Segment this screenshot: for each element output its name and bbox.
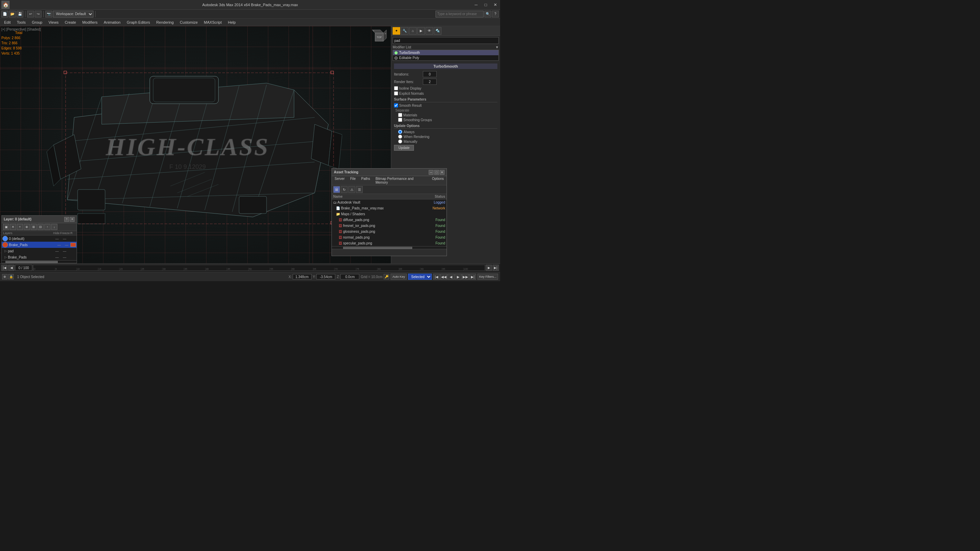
menu-customize[interactable]: Customize: [177, 19, 200, 25]
asset-row-specular[interactable]: 🖼 specular_pads.png Found: [332, 240, 447, 246]
modifier-list-arrow[interactable]: ▼: [495, 45, 499, 49]
always-radio[interactable]: [398, 130, 402, 134]
app-icon[interactable]: 🏠: [2, 1, 10, 9]
menu-edit[interactable]: Edit: [2, 19, 13, 25]
layer-row-0[interactable]: 0 (default) — —: [2, 235, 76, 242]
maximize-button[interactable]: □: [481, 0, 490, 10]
iterations-input[interactable]: [423, 71, 437, 77]
layer-scrollbar-thumb[interactable]: [5, 261, 58, 263]
menu-views[interactable]: Views: [46, 19, 61, 25]
materials-check[interactable]: Materials: [398, 113, 497, 117]
layer-expand-btn[interactable]: ⊞: [30, 224, 37, 230]
layer-hide-brake[interactable]: —: [55, 243, 63, 247]
modify-icon[interactable]: 🔧: [401, 27, 409, 35]
timeline-prev-btn[interactable]: |◀: [2, 265, 8, 271]
asset-row-normal[interactable]: 🖼 normal_pads.png Found: [332, 235, 447, 240]
smooth-result-check[interactable]: Smooth Result: [394, 103, 497, 108]
layer-freeze-pad[interactable]: —: [61, 249, 68, 253]
close-button[interactable]: ✕: [490, 0, 500, 10]
asset-close-btn[interactable]: ✕: [440, 170, 444, 175]
motion-icon[interactable]: ▶: [417, 27, 425, 35]
smoothing-groups-check[interactable]: Smoothing Groups: [398, 118, 497, 122]
asset-row-fresnel[interactable]: 🖼 fresnel_ior_pads.png Found: [332, 223, 447, 229]
save-btn[interactable]: 💾: [16, 11, 23, 17]
layer-freeze-brake2[interactable]: —: [61, 256, 68, 259]
utilities-icon[interactable]: 🔩: [434, 27, 441, 35]
menu-graph-editors[interactable]: Graph Editors: [124, 19, 153, 25]
asset-tbtn-vault[interactable]: 🏛: [333, 186, 340, 193]
timeline-next-btn[interactable]: ▶|: [493, 265, 499, 271]
menu-modifiers[interactable]: Modifiers: [80, 19, 100, 25]
menu-rendering[interactable]: Rendering: [154, 19, 177, 25]
layer-color-brake[interactable]: [70, 243, 76, 247]
layer-collapse-btn[interactable]: ⊟: [37, 224, 44, 230]
asset-menu-server[interactable]: Server: [332, 176, 347, 185]
open-btn[interactable]: 📂: [9, 11, 16, 17]
layer-close-btn[interactable]: ✕: [70, 217, 75, 222]
modifier-turbosmooth[interactable]: TurboSmooth: [393, 50, 498, 55]
layer-help-btn[interactable]: ?: [64, 217, 69, 222]
when-rendering-radio[interactable]: [398, 135, 402, 139]
timeline-track[interactable]: 0 5 10 15 20 25 30 35 40 45 50 55 60 65 …: [33, 265, 485, 271]
manually-radio[interactable]: [398, 140, 402, 143]
menu-group[interactable]: Group: [29, 19, 45, 25]
asset-scrollbar[interactable]: [332, 246, 447, 249]
explicit-checkbox[interactable]: [394, 91, 398, 95]
layer-delete-btn[interactable]: ✕: [10, 224, 16, 230]
layer-hide-brake2[interactable]: —: [53, 256, 61, 259]
materials-checkbox[interactable]: [398, 113, 402, 117]
redo-btn[interactable]: ↪: [35, 11, 41, 17]
layer-hide-0[interactable]: —: [53, 237, 61, 241]
asset-row-glossiness[interactable]: 🖼 glossiness_pads.png Found: [332, 229, 447, 235]
layer-up-btn[interactable]: ↑: [44, 224, 51, 230]
smoothing-groups-checkbox[interactable]: [398, 118, 402, 122]
asset-row-vault[interactable]: 🗂 Autodesk Vault Logged: [332, 200, 447, 205]
layer-freeze-0[interactable]: —: [61, 237, 68, 241]
next-key-btn[interactable]: ▶▶: [462, 274, 469, 280]
asset-minimize-btn[interactable]: ─: [429, 170, 433, 175]
render-iters-input[interactable]: [423, 79, 437, 85]
play-back-btn[interactable]: ◀: [447, 274, 455, 280]
search-btn[interactable]: 🔍: [484, 11, 491, 17]
play-fwd-btn[interactable]: ▶: [455, 274, 462, 280]
asset-menu-options[interactable]: Options: [430, 176, 447, 185]
lock-icon[interactable]: 🔒: [8, 274, 14, 279]
layer-down-btn[interactable]: ↓: [51, 224, 57, 230]
snap-icon[interactable]: ⊕: [2, 274, 8, 279]
key-filters-button[interactable]: Key Filters...: [477, 274, 498, 280]
key-icon[interactable]: 🔑: [384, 274, 389, 279]
timeline-fwd-btn[interactable]: ▶: [486, 265, 492, 271]
manually-radio-item[interactable]: Manually: [398, 140, 497, 143]
layer-select-btn[interactable]: ▣: [3, 224, 9, 230]
layer-row-pad[interactable]: ▷ pad — —: [2, 248, 76, 254]
menu-help[interactable]: Help: [225, 19, 239, 25]
autokey-button[interactable]: Auto Key: [391, 274, 407, 280]
asset-tbtn-refresh[interactable]: ↻: [341, 186, 348, 193]
layer-merge-btn[interactable]: ⊕: [24, 224, 30, 230]
isoline-check[interactable]: Isoline Display: [394, 86, 497, 90]
layer-row-brake-pads[interactable]: Brake_Pads — —: [2, 242, 76, 248]
asset-tbtn-table[interactable]: ☰: [356, 186, 363, 193]
asset-tbtn-missing[interactable]: ⚠: [348, 186, 355, 193]
isoline-checkbox[interactable]: [394, 86, 398, 90]
asset-menu-paths[interactable]: Paths: [359, 176, 373, 185]
modifier-editablepoly[interactable]: Editable Poly: [393, 55, 498, 60]
nav-cube[interactable]: TOP F R: [370, 28, 388, 46]
menu-maxscript[interactable]: MAXScript: [201, 19, 225, 25]
asset-maximize-btn[interactable]: □: [434, 170, 439, 175]
create-icon[interactable]: ✦: [393, 27, 400, 35]
asset-row-maps[interactable]: 📁 Maps / Shaders: [332, 211, 447, 217]
timeline-back-btn[interactable]: ◀: [8, 265, 14, 271]
asset-row-diffuse[interactable]: 🖼 diffuse_pads.png Found: [332, 217, 447, 223]
smooth-result-checkbox[interactable]: [394, 103, 398, 108]
next-frame-btn[interactable]: ▶|: [469, 274, 476, 280]
always-radio-item[interactable]: Always: [398, 130, 497, 134]
minimize-button[interactable]: ─: [471, 0, 481, 10]
undo-btn[interactable]: ↩: [27, 11, 34, 17]
menu-tools[interactable]: Tools: [14, 19, 29, 25]
asset-menu-bitmap[interactable]: Bitmap Performance and Memory: [373, 176, 429, 185]
when-rendering-radio-item[interactable]: When Rendering: [398, 135, 497, 139]
layer-hide-pad[interactable]: —: [53, 249, 61, 253]
update-button[interactable]: Update: [394, 145, 414, 151]
asset-row-file[interactable]: 📄 Brake_Pads_max_vray.max Network: [332, 205, 447, 211]
